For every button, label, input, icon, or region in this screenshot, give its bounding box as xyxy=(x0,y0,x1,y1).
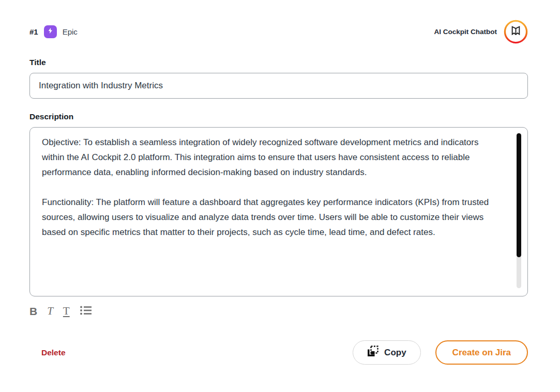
copy-icon xyxy=(367,346,379,359)
scrollbar-thumb[interactable] xyxy=(517,133,521,257)
issue-meta: #1 Epic xyxy=(29,25,78,38)
underline-button[interactable]: T xyxy=(63,306,70,317)
description-textarea[interactable]: Objective: To establish a seamless integ… xyxy=(29,127,528,296)
title-input[interactable] xyxy=(29,73,528,99)
chatbot-logo-icon xyxy=(504,20,528,44)
bullet-list-button[interactable] xyxy=(80,305,93,318)
description-paragraph: Functionality: The platform will feature… xyxy=(42,195,501,240)
copy-button-label: Copy xyxy=(384,348,406,358)
header: #1 Epic AI Cockpit Chatbot xyxy=(29,19,528,44)
description-label: Description xyxy=(29,112,528,121)
bold-button[interactable]: B xyxy=(29,306,37,317)
copy-button[interactable]: Copy xyxy=(353,340,421,365)
description-paragraph: Objective: To establish a seamless integ… xyxy=(42,135,501,180)
app-name: AI Cockpit Chatbot xyxy=(434,28,497,36)
delete-button[interactable]: Delete xyxy=(41,348,66,357)
epic-type-badge xyxy=(44,25,57,38)
issue-editor-panel: #1 Epic AI Cockpit Chatbot xyxy=(0,0,560,365)
create-on-jira-button[interactable]: Create on Jira xyxy=(435,340,528,365)
issue-type-label: Epic xyxy=(63,27,78,36)
app-branding: AI Cockpit Chatbot xyxy=(434,20,528,44)
scrollbar-track[interactable] xyxy=(517,133,521,288)
lightning-bolt-icon xyxy=(47,27,54,36)
bullet-list-icon xyxy=(80,306,93,318)
footer-actions: Delete Copy Create on Jira xyxy=(29,340,528,365)
action-buttons: Copy Create on Jira xyxy=(353,340,528,365)
title-label: Title xyxy=(29,58,528,67)
italic-button[interactable]: T xyxy=(47,306,53,317)
formatting-toolbar: B T T xyxy=(29,303,528,319)
issue-number: #1 xyxy=(29,27,38,36)
